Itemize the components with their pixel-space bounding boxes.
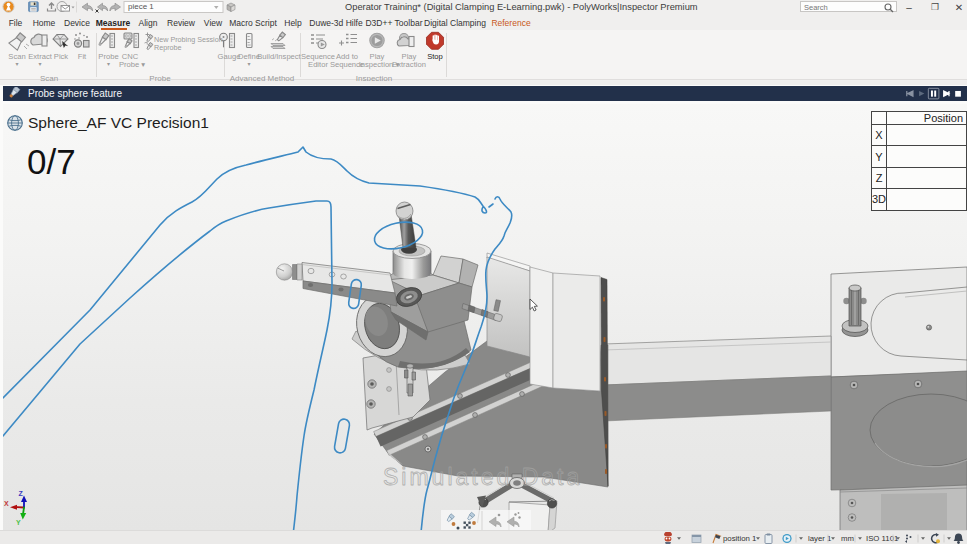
svg-text:Fit: Fit xyxy=(78,52,87,61)
svg-text:Extract: Extract xyxy=(28,52,53,61)
svg-text:Editor: Editor xyxy=(308,60,328,69)
svg-text:▾: ▾ xyxy=(38,61,41,67)
svg-text:Build/Inspect: Build/Inspect xyxy=(257,52,301,61)
svg-text:Y: Y xyxy=(16,519,21,526)
svg-text:mm: mm xyxy=(841,534,854,543)
svg-text:Gauge: Gauge xyxy=(218,52,241,61)
svg-text:▾: ▾ xyxy=(15,61,18,67)
svg-text:▾: ▾ xyxy=(107,61,110,67)
svg-text:position 1: position 1 xyxy=(723,534,756,543)
svg-text:Scan: Scan xyxy=(8,52,25,61)
svg-text:ISO 1101: ISO 1101 xyxy=(866,534,898,543)
svg-text:▾: ▾ xyxy=(247,61,250,67)
svg-text:Pick: Pick xyxy=(54,52,69,61)
svg-text:Probe: Probe xyxy=(98,52,118,61)
svg-text:X: X xyxy=(4,500,9,507)
svg-text:Extraction: Extraction xyxy=(392,60,426,69)
svg-text:Stop: Stop xyxy=(427,52,443,61)
svg-text:Simulated Data: Simulated Data xyxy=(383,464,582,490)
svg-text:Z: Z xyxy=(19,490,24,497)
svg-text:piece 1: piece 1 xyxy=(128,2,154,11)
svg-text:Probe ▾: Probe ▾ xyxy=(119,60,145,69)
svg-text:Reprobe: Reprobe xyxy=(154,43,182,52)
